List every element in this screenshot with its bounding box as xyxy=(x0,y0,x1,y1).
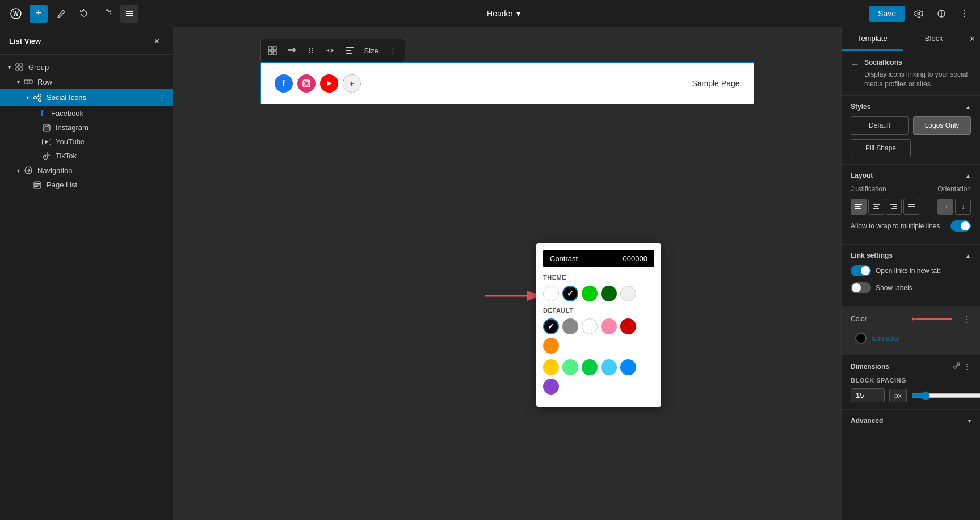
share-button[interactable] xyxy=(283,41,301,60)
svg-point-45 xyxy=(305,82,308,85)
youtube-social-icon[interactable] xyxy=(320,74,338,93)
wrap-toggle[interactable] xyxy=(950,220,971,232)
svg-point-7 xyxy=(964,12,965,14)
back-arrow-icon[interactable]: ← xyxy=(851,58,860,70)
appearance-button[interactable] xyxy=(932,5,950,23)
tree-item-page-list[interactable]: Page List xyxy=(0,178,173,192)
link-settings-header[interactable]: Link settings ▲ xyxy=(851,251,971,259)
svg-point-16 xyxy=(34,96,37,99)
style-logos-only-button[interactable]: Logos Only xyxy=(913,116,971,135)
spacing-input[interactable] xyxy=(851,388,885,402)
svg-rect-60 xyxy=(908,206,915,207)
default-swatch-red[interactable] xyxy=(620,318,636,334)
default-swatch-gray[interactable] xyxy=(562,318,578,334)
svg-point-35 xyxy=(309,48,310,49)
justify-stretch-button[interactable] xyxy=(903,199,919,215)
default-swatch-black[interactable]: ✓ xyxy=(543,318,559,334)
tree-item-group[interactable]: ▾ Group xyxy=(0,60,173,74)
transform-block-button[interactable] xyxy=(263,41,281,60)
size-button[interactable]: Size xyxy=(360,41,383,60)
default-swatch-blue[interactable] xyxy=(620,359,636,375)
color-title: Color xyxy=(851,315,867,323)
tab-template[interactable]: Template xyxy=(842,27,903,51)
wrap-label: Allow to wrap to multiple lines xyxy=(851,222,950,230)
instagram-social-icon[interactable] xyxy=(297,74,316,93)
youtube-icon xyxy=(41,139,52,145)
style-pill-shape-button[interactable]: Pill Shape xyxy=(851,139,911,157)
tree-item-instagram[interactable]: Instagram xyxy=(0,120,173,135)
tree-item-tiktok[interactable]: TikTok xyxy=(0,149,173,163)
advanced-header[interactable]: Advanced ▾ xyxy=(851,417,971,425)
justify-button[interactable] xyxy=(340,41,359,60)
orient-horizontal-button[interactable]: → xyxy=(937,199,953,215)
theme-swatch-white[interactable] xyxy=(543,286,559,301)
title-chevron: ▾ xyxy=(516,9,520,18)
default-swatch-white[interactable] xyxy=(582,318,598,334)
block-spacing-label: BLOCK SPACING xyxy=(851,377,971,384)
justify-right-button[interactable] xyxy=(886,199,902,215)
theme-swatch-black[interactable]: ✓ xyxy=(562,286,578,301)
dimensions-more-button[interactable]: ⋮ xyxy=(963,362,971,371)
save-button[interactable]: Save xyxy=(869,6,905,22)
row-label: Row xyxy=(37,78,168,86)
list-view-button[interactable] xyxy=(120,5,138,23)
social-icons-row: f + xyxy=(275,74,361,93)
justify-buttons xyxy=(851,199,919,215)
edit-button[interactable] xyxy=(52,5,70,23)
color-header-row: Color ⋮ xyxy=(851,313,971,325)
justify-left-button[interactable] xyxy=(851,199,867,215)
add-social-icon-button[interactable]: + xyxy=(343,74,361,93)
icon-color-row[interactable]: Icon color xyxy=(851,329,971,347)
style-default-button[interactable]: Default xyxy=(851,116,909,135)
facebook-social-icon[interactable]: f xyxy=(275,74,293,93)
toolbar-more-button[interactable]: ⋮ xyxy=(384,41,402,60)
theme-swatch-lightgray[interactable] xyxy=(620,286,636,301)
undo-button[interactable] xyxy=(75,5,93,23)
tree-item-youtube[interactable]: YouTube xyxy=(0,135,173,149)
close-right-panel-button[interactable]: ✕ xyxy=(965,30,980,48)
redo-button[interactable] xyxy=(98,5,116,23)
tree-item-social-icons[interactable]: ▾ Social Icons ⋮ xyxy=(0,89,173,106)
spacing-slider[interactable] xyxy=(911,391,980,400)
styles-header[interactable]: Styles ▲ xyxy=(851,103,971,111)
social-icons-options-button[interactable]: ⋮ xyxy=(156,92,168,103)
tree-item-row[interactable]: ▾ Row xyxy=(0,74,173,89)
dimensions-link-button[interactable] xyxy=(953,362,961,371)
svg-rect-42 xyxy=(346,50,351,51)
default-swatch-lightgreen[interactable] xyxy=(562,359,578,375)
svg-rect-13 xyxy=(24,80,32,83)
theme-swatch-green[interactable] xyxy=(582,286,598,301)
more-options-button[interactable] xyxy=(955,5,973,23)
default-swatch-purple[interactable] xyxy=(543,379,559,395)
theme-swatch-darkgreen[interactable] xyxy=(601,286,617,301)
section-social-icons-title: SocialIcons xyxy=(864,58,971,68)
drag-handle[interactable] xyxy=(302,41,320,60)
navigation-icon xyxy=(23,166,34,175)
wp-logo-button[interactable]: W xyxy=(7,5,25,23)
default-swatch-pink[interactable] xyxy=(601,318,617,334)
default-swatch-lightblue[interactable] xyxy=(601,359,617,375)
spacing-unit[interactable]: px xyxy=(889,389,907,402)
justify-center-button[interactable] xyxy=(868,199,884,215)
dimensions-header[interactable]: Dimensions ⋮ xyxy=(851,362,971,371)
tree-item-navigation[interactable]: ▾ Navigation xyxy=(0,163,173,178)
svg-rect-31 xyxy=(268,47,272,50)
orient-vertical-button[interactable]: ↓ xyxy=(955,199,971,215)
open-new-tab-toggle[interactable] xyxy=(851,265,871,276)
tree-item-facebook[interactable]: f Facebook xyxy=(0,106,173,120)
instagram-icon xyxy=(41,124,52,132)
color-preview-bar[interactable]: Contrast 000000 xyxy=(543,250,654,267)
add-block-button[interactable]: + xyxy=(30,5,48,23)
tab-block[interactable]: Block xyxy=(903,27,965,51)
close-list-view-button[interactable]: ✕ xyxy=(150,34,163,48)
settings-button[interactable] xyxy=(910,5,928,23)
show-labels-toggle[interactable] xyxy=(851,282,871,293)
navigate-button[interactable] xyxy=(321,41,339,60)
default-swatch-green2[interactable] xyxy=(582,359,598,375)
default-swatch-yellow[interactable] xyxy=(543,359,559,375)
layout-header[interactable]: Layout ▲ xyxy=(851,171,971,179)
header-title-dropdown[interactable]: Header ▾ xyxy=(487,9,520,18)
default-swatch-orange[interactable] xyxy=(543,338,559,354)
svg-rect-32 xyxy=(273,47,276,50)
color-more-button[interactable]: ⋮ xyxy=(962,314,971,325)
